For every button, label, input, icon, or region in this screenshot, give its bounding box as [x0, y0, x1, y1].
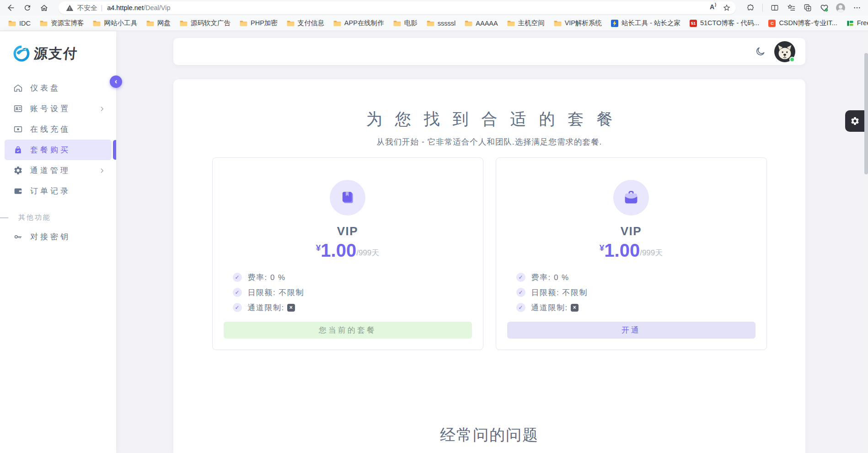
bookmark-item[interactable]: sssssl [427, 20, 455, 27]
check-icon: ✓ [516, 303, 525, 312]
folder-icon [8, 20, 16, 27]
bookmark-item[interactable]: 网站小工具 [93, 19, 137, 27]
bookmark-item[interactable]: APP在线制作 [333, 19, 384, 27]
sidebar-item-label: 在线充值 [30, 124, 105, 135]
bookmark-item[interactable]: CCSDN博客-专业IT... [768, 19, 837, 27]
sidebar-item-order-records[interactable]: 订单记录 [5, 181, 112, 201]
bookmark-item[interactable]: IDC [8, 20, 31, 27]
feature-list: ✓ 费率: 0 % ✓ 日限额: 不限制 ✓ 通道限制: × [213, 272, 483, 313]
bookmark-label: PHP加密 [251, 19, 278, 27]
check-icon: ✓ [233, 273, 242, 282]
folder-icon [465, 20, 472, 27]
bookmark-label: sssssl [438, 20, 455, 27]
more-options-icon[interactable] [852, 3, 862, 12]
book-icon [339, 189, 356, 206]
sidebar-section-other: 其他功能 [0, 213, 116, 222]
folder-icon [507, 20, 515, 27]
main-content: 为您找到合适的套餐 从我们开始 - 它非常适合个人和团队.选择满足您需求的套餐.… [173, 79, 805, 453]
channel-gear-icon [13, 166, 23, 176]
folder-icon [554, 20, 562, 27]
price-period: /999天 [356, 248, 379, 258]
current-plan-button[interactable]: 您当前的套餐 [224, 322, 472, 339]
currency-symbol: ¥ [316, 243, 321, 253]
sidebar-item-account-settings[interactable]: 账号设置 [5, 98, 112, 119]
logo[interactable]: 源支付 [0, 43, 116, 64]
security-label: 不安全 [77, 4, 97, 12]
favorites-hub-icon[interactable] [787, 3, 796, 12]
url-path: /Deal/Vip [144, 4, 171, 11]
browser-essentials-icon[interactable] [820, 3, 829, 12]
chevron-left-icon: ‹ [115, 77, 118, 85]
theme-settings-button[interactable] [845, 110, 864, 132]
read-aloud-icon[interactable]: A) [708, 3, 718, 12]
price-period: /999天 [640, 248, 663, 258]
bookmark-item[interactable]: 资源宝博客 [40, 19, 84, 27]
folder-icon [93, 20, 101, 27]
refresh-icon[interactable] [23, 3, 32, 12]
bookmark-item[interactable]: 网盘 [146, 19, 171, 27]
sidebar-nav: 仪表盘 账号设置 在线充值 套餐购买 通道管理 订单记 [0, 78, 116, 247]
briefcase-icon [622, 189, 640, 207]
page-scrollbar[interactable] [864, 31, 868, 453]
bookmark-item[interactable]: 源码软文广告 [180, 19, 230, 27]
scrollbar-thumb[interactable] [864, 53, 868, 174]
address-bar[interactable]: 不安全 | a4.httple.net /Deal/Vip A) [59, 1, 736, 14]
sidebar-item-channel-management[interactable]: 通道管理 [5, 160, 112, 181]
logo-text: 源支付 [33, 44, 79, 63]
x-square-icon: × [571, 304, 579, 312]
folder-icon [146, 20, 154, 27]
feature-text: 费率: 0 % [248, 272, 286, 283]
bookmark-item[interactable]: 站长工具 - 站长之家 [611, 19, 680, 27]
recharge-icon [13, 124, 23, 135]
bookmark-item[interactable]: AAAAA [465, 20, 498, 27]
user-avatar[interactable] [774, 41, 795, 62]
plan-icon-circle [613, 180, 649, 216]
back-icon[interactable] [6, 3, 16, 12]
app-viewport: 源支付 仪表盘 账号设置 在线充值 套餐购买 通道管理 [0, 31, 868, 453]
new-tab-group-icon[interactable] [803, 3, 812, 12]
home-icon[interactable] [39, 3, 48, 12]
folder-icon [287, 20, 295, 27]
favorite-star-icon[interactable] [722, 3, 731, 12]
bookmark-item[interactable]: VIP解析系统 [554, 19, 602, 27]
feature-list: ✓ 费率: 0 % ✓ 日限额: 不限制 ✓ 通道限制: × [496, 272, 766, 313]
folder-icon [40, 20, 48, 27]
sidebar-item-recharge[interactable]: 在线充值 [5, 119, 112, 140]
price-amount: 1.00 [604, 241, 640, 259]
bookmark-label: 支付信息 [298, 19, 324, 27]
folder-icon [427, 20, 434, 27]
account-icon [13, 104, 23, 114]
sidebar-item-dashboard[interactable]: 仪表盘 [5, 78, 112, 98]
folder-icon [240, 20, 247, 27]
sidebar-item-package-purchase[interactable]: 套餐购买 [5, 140, 112, 160]
bookmark-item[interactable]: PHP加密 [240, 19, 278, 27]
sidebar-item-api-keys[interactable]: 对接密钥 [5, 226, 112, 247]
split-screen-icon[interactable] [770, 3, 779, 12]
freebuf-favicon [847, 20, 854, 27]
bookmark-label: 源码软文广告 [191, 19, 230, 27]
bookmark-item[interactable]: 电影 [393, 19, 418, 27]
sidebar-item-label: 通道管理 [30, 165, 99, 176]
feature-row: ✓ 通道限制: × [233, 302, 483, 313]
chevron-right-icon [99, 167, 105, 174]
x-square-icon: × [287, 304, 295, 312]
sidebar-collapse-button[interactable]: ‹ [110, 76, 122, 88]
bookmark-item[interactable]: FreeBuf网络安全行... [847, 19, 868, 27]
bookmark-label: APP在线制作 [344, 19, 384, 27]
package-icon [13, 145, 23, 155]
extensions-icon[interactable] [746, 3, 755, 12]
moon-icon [755, 46, 766, 57]
browser-toolbar: 不安全 | a4.httple.net /Deal/Vip A) [0, 0, 868, 16]
activate-plan-button[interactable]: 开通 [507, 322, 755, 339]
bookmark-item[interactable]: 5151CTO博客 - 代码... [690, 19, 759, 27]
plan-icon-circle [330, 180, 365, 216]
bookmark-item[interactable]: 支付信息 [287, 19, 324, 27]
folder-icon [180, 20, 188, 27]
bookmark-label: 主机空间 [518, 19, 545, 27]
feature-row: ✓ 通道限制: × [516, 302, 766, 313]
dark-mode-toggle[interactable] [754, 46, 766, 58]
browser-profile-avatar[interactable] [836, 3, 845, 12]
gear-icon [850, 116, 860, 126]
plan-card-activate: VIP ¥ 1.00 /999天 ✓ 费率: 0 % ✓ 日限额: 不限制 [496, 157, 767, 350]
bookmark-item[interactable]: 主机空间 [507, 19, 545, 27]
